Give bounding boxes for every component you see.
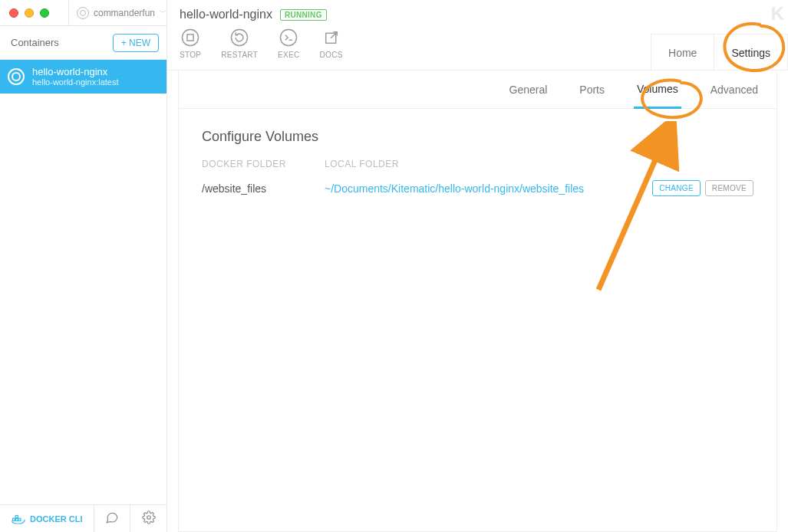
docs-label: DOCS xyxy=(320,51,343,59)
user-menu[interactable]: commanderfun ﹀ xyxy=(69,0,167,25)
chevron-down-icon: ﹀ xyxy=(160,8,167,18)
row-actions: CHANGE REMOVE xyxy=(652,180,753,196)
nav-tabs: Home Settings xyxy=(651,34,788,71)
sidebar-footer: DOCKER CLI xyxy=(0,504,167,532)
main-panel: K hello-world-nginx RUNNING STOP RESTART… xyxy=(167,0,788,532)
svg-rect-0 xyxy=(13,518,15,521)
gear-icon xyxy=(142,511,156,527)
minimize-icon[interactable] xyxy=(25,8,34,18)
status-badge: RUNNING xyxy=(280,9,327,21)
toolbar: STOP RESTART EXEC DOCS xyxy=(180,28,343,59)
container-title: hello-world-nginx xyxy=(180,8,272,21)
maximize-icon[interactable] xyxy=(40,8,49,18)
main-header: hello-world-nginx RUNNING STOP RESTART E… xyxy=(167,0,788,71)
change-button[interactable]: CHANGE xyxy=(652,180,701,196)
col-header-local: LOCAL FOLDER xyxy=(325,159,652,169)
svg-rect-2 xyxy=(18,518,21,521)
container-item-text: hello-world-nginx hello-world-nginx:late… xyxy=(32,66,119,88)
avatar-icon xyxy=(77,7,89,19)
volumes-table: DOCKER FOLDER LOCAL FOLDER /website_file… xyxy=(202,159,753,196)
settings-button[interactable] xyxy=(130,505,167,532)
stop-icon xyxy=(180,28,200,48)
subtab-ports[interactable]: Ports xyxy=(576,71,608,108)
tab-settings[interactable]: Settings xyxy=(714,34,787,71)
svg-rect-1 xyxy=(15,518,18,521)
container-item-image: hello-world-nginx:latest xyxy=(32,77,119,87)
sidebar-item-hello-world-nginx[interactable]: hello-world-nginx hello-world-nginx:late… xyxy=(0,60,167,94)
svg-rect-6 xyxy=(187,34,193,41)
containers-heading: Containers xyxy=(11,37,59,48)
section-title: Configure Volumes xyxy=(202,129,753,145)
container-item-name: hello-world-nginx xyxy=(32,66,119,78)
stop-label: STOP xyxy=(180,51,201,59)
col-header-docker: DOCKER FOLDER xyxy=(202,159,325,169)
chat-icon xyxy=(105,511,119,527)
subtab-general[interactable]: General xyxy=(506,71,551,108)
containers-header: Containers + NEW xyxy=(0,26,167,60)
content: Configure Volumes DOCKER FOLDER LOCAL FO… xyxy=(178,109,777,532)
svg-point-7 xyxy=(232,29,248,45)
docs-button[interactable]: DOCS xyxy=(320,28,343,59)
docker-folder-cell: /website_files xyxy=(202,182,325,195)
tab-home[interactable]: Home xyxy=(651,34,714,71)
whale-icon xyxy=(12,514,25,524)
docker-cli-label: DOCKER CLI xyxy=(30,514,82,524)
container-running-icon xyxy=(8,68,25,85)
svg-point-4 xyxy=(147,515,150,519)
sidebar: commanderfun ﹀ Containers + NEW hello-wo… xyxy=(0,0,167,532)
restart-icon xyxy=(229,28,249,48)
stop-button[interactable]: STOP xyxy=(180,28,201,59)
feedback-button[interactable] xyxy=(94,505,130,532)
exec-button[interactable]: EXEC xyxy=(278,28,299,59)
close-icon[interactable] xyxy=(9,8,18,18)
sub-tabs: General Ports Volumes Advanced xyxy=(178,71,777,109)
svg-rect-3 xyxy=(15,515,18,517)
titlebar: commanderfun ﹀ xyxy=(0,0,167,26)
window-controls xyxy=(0,0,69,25)
exec-label: EXEC xyxy=(278,51,299,59)
title-row: hello-world-nginx RUNNING xyxy=(180,8,327,21)
remove-button[interactable]: REMOVE xyxy=(705,180,753,196)
subtab-advanced[interactable]: Advanced xyxy=(707,71,761,108)
new-container-button[interactable]: + NEW xyxy=(113,34,159,52)
restart-button[interactable]: RESTART xyxy=(221,28,258,59)
restart-label: RESTART xyxy=(221,51,258,59)
docs-icon xyxy=(321,28,341,48)
svg-point-5 xyxy=(183,29,199,45)
local-folder-cell[interactable]: ~/Documents/Kitematic/hello-world-nginx/… xyxy=(325,182,652,195)
username: commanderfun xyxy=(94,8,155,18)
docker-cli-button[interactable]: DOCKER CLI xyxy=(0,505,94,532)
exec-icon xyxy=(279,28,298,48)
subtab-volumes[interactable]: Volumes xyxy=(634,71,681,109)
